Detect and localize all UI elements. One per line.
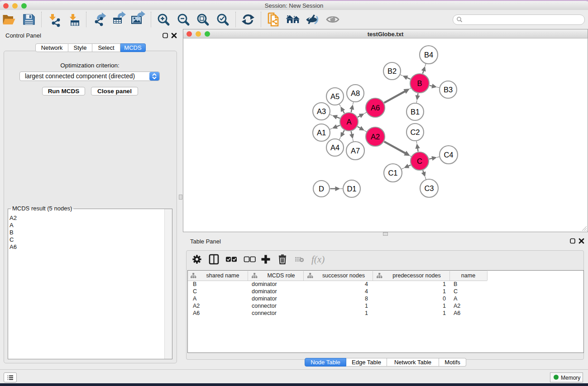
svg-text:A5: A5 (330, 92, 339, 100)
svg-text:D: D (319, 185, 324, 193)
svg-text:B: B (417, 79, 422, 87)
svg-text:A1: A1 (317, 129, 326, 137)
svg-text:C2: C2 (410, 128, 420, 136)
svg-text:C1: C1 (388, 169, 397, 177)
svg-text:D1: D1 (347, 185, 356, 193)
svg-text:A2: A2 (371, 133, 380, 141)
svg-text:C3: C3 (424, 184, 434, 192)
svg-text:C4: C4 (444, 151, 453, 159)
svg-text:A7: A7 (351, 147, 360, 155)
svg-text:B1: B1 (411, 108, 420, 116)
svg-text:B3: B3 (444, 86, 453, 94)
svg-text:A3: A3 (317, 107, 326, 115)
svg-text:A: A (346, 118, 351, 126)
svg-text:B4: B4 (424, 51, 433, 59)
svg-text:f(x): f(x) (311, 254, 325, 265)
svg-text:C: C (417, 157, 422, 165)
svg-text:A6: A6 (371, 104, 380, 112)
svg-text:A8: A8 (351, 89, 360, 97)
svg-text:A4: A4 (330, 143, 339, 152)
svg-text:B2: B2 (387, 67, 397, 75)
